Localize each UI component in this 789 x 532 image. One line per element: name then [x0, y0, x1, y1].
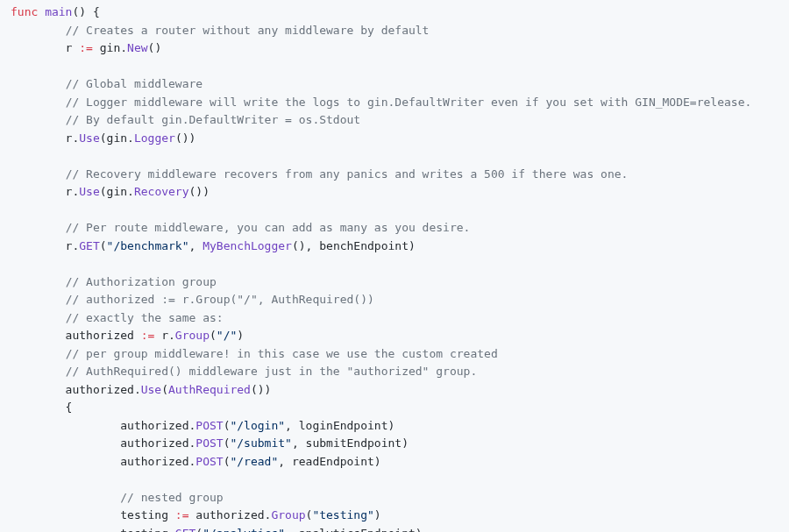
token-id	[38, 5, 45, 18]
token-fn: Logger	[134, 131, 175, 145]
token-fn: Group	[175, 329, 210, 342]
token-id: , loginEndpoint)	[285, 419, 394, 432]
token-fn: Group	[271, 508, 305, 521]
go-source: func main() { // Creates a router withou…	[11, 5, 751, 532]
token-id	[11, 275, 66, 288]
code-line: // Per route middleware, you can add as …	[11, 221, 470, 234]
token-id	[11, 365, 66, 378]
code-line: authorized.Use(AuthRequired())	[11, 383, 271, 396]
token-id: (	[161, 383, 168, 396]
token-str: "/analytics"	[203, 527, 285, 533]
token-id: r.	[154, 329, 174, 342]
token-id: ()	[148, 41, 162, 54]
code-line: authorized.POST("/read", readEndpoint)	[11, 455, 381, 468]
code-line: // exactly the same as:	[11, 311, 224, 324]
token-fn: AuthRequired	[168, 383, 251, 396]
token-id: () {	[72, 5, 99, 18]
token-id	[11, 24, 66, 37]
token-id: )	[237, 329, 244, 342]
code-line: // per group middleware! in this case we…	[11, 347, 498, 360]
code-line: {	[11, 401, 72, 414]
token-id	[11, 221, 66, 234]
token-fn: main	[45, 5, 72, 18]
code-line: func main() {	[11, 5, 100, 18]
token-id: ())	[175, 131, 195, 145]
code-line: // By default gin.DefaultWriter = os.Std…	[11, 113, 360, 126]
token-str: "testing"	[312, 508, 373, 521]
token-cmt: // Recovery middleware recovers from any…	[66, 167, 629, 181]
code-line: authorized.POST("/submit", submitEndpoin…	[11, 436, 409, 450]
code-line: // Authorization group	[11, 275, 217, 288]
token-id: testing.	[11, 527, 175, 533]
token-id: (), benchEndpoint)	[292, 239, 416, 252]
token-fn: MyBenchLogger	[203, 239, 292, 252]
token-cmt: // Per route middleware, you can add as …	[66, 221, 471, 234]
token-id: authorized.	[11, 455, 195, 468]
code-line: // nested group	[11, 491, 224, 504]
token-fn: Use	[141, 383, 161, 396]
token-id	[11, 491, 120, 504]
token-cmt: // exactly the same as:	[66, 311, 224, 324]
token-id: authorized.	[11, 383, 141, 396]
token-id: testing	[11, 508, 175, 521]
token-id: (gin.	[100, 185, 134, 198]
token-id: {	[11, 401, 72, 414]
token-cmt: // Authorization group	[66, 275, 217, 288]
token-fn: GET	[175, 527, 195, 533]
token-kw: :=	[141, 329, 155, 342]
token-cmt: // By default gin.DefaultWriter = os.Std…	[66, 113, 361, 126]
token-cmt: // per group middleware! in this case we…	[66, 347, 498, 360]
token-id: )	[374, 508, 381, 521]
code-line: // AuthRequired() middleware just in the…	[11, 365, 477, 378]
code-line: testing.GET("/analytics", analyticsEndpo…	[11, 527, 423, 533]
token-id: authorized.	[11, 436, 195, 450]
code-line: // Recovery middleware recovers from any…	[11, 167, 628, 181]
token-id: (	[195, 527, 203, 533]
code-block: func main() { // Creates a router withou…	[0, 0, 789, 532]
token-id: , submitEndpoint)	[292, 436, 409, 450]
code-line: testing := authorized.Group("testing")	[11, 508, 381, 521]
token-id: , readEndpoint)	[278, 455, 380, 468]
token-id	[11, 347, 66, 360]
token-id: r	[11, 41, 79, 54]
token-id: gin.	[93, 41, 127, 54]
token-id: (gin.	[100, 131, 134, 145]
code-line: // Global middleware	[11, 77, 203, 90]
token-kw: func	[11, 5, 38, 18]
token-kw: :=	[175, 508, 189, 521]
token-str: "/"	[217, 329, 237, 342]
token-id: r.	[11, 239, 79, 252]
token-fn: New	[127, 41, 147, 54]
token-id: , analyticsEndpoint)	[285, 527, 423, 533]
token-cmt: // Global middleware	[66, 77, 203, 90]
token-fn: POST	[195, 436, 223, 450]
token-id: ,	[189, 239, 203, 252]
token-id	[11, 167, 66, 181]
token-cmt: // Logger middleware will write the logs…	[66, 96, 752, 109]
token-id: r.	[11, 131, 79, 145]
token-fn: POST	[195, 455, 223, 468]
code-line: authorized := r.Group("/")	[11, 329, 244, 342]
token-id: ())	[189, 185, 210, 198]
token-cmt: // AuthRequired() middleware just in the…	[66, 365, 478, 378]
token-id	[11, 77, 66, 90]
token-id: r.	[11, 185, 79, 198]
token-cmt: // authorized := r.Group("/", AuthRequir…	[66, 293, 374, 306]
code-line: r.Use(gin.Recovery())	[11, 185, 210, 198]
token-id: authorized	[11, 329, 141, 342]
code-line: r := gin.New()	[11, 41, 161, 54]
token-cmt: // nested group	[120, 491, 223, 504]
token-id	[11, 293, 66, 306]
token-str: "/submit"	[230, 436, 291, 450]
token-id	[11, 311, 66, 324]
code-line: // Creates a router without any middlewa…	[11, 24, 429, 37]
code-line: r.Use(gin.Logger())	[11, 131, 195, 145]
token-id: (	[100, 239, 107, 252]
code-line: // authorized := r.Group("/", AuthRequir…	[11, 293, 374, 306]
token-id	[11, 96, 66, 109]
token-id	[11, 113, 66, 126]
token-fn: Use	[79, 185, 99, 198]
token-fn: GET	[79, 239, 99, 252]
token-id: authorized.	[189, 508, 272, 521]
token-id: ())	[251, 383, 271, 396]
